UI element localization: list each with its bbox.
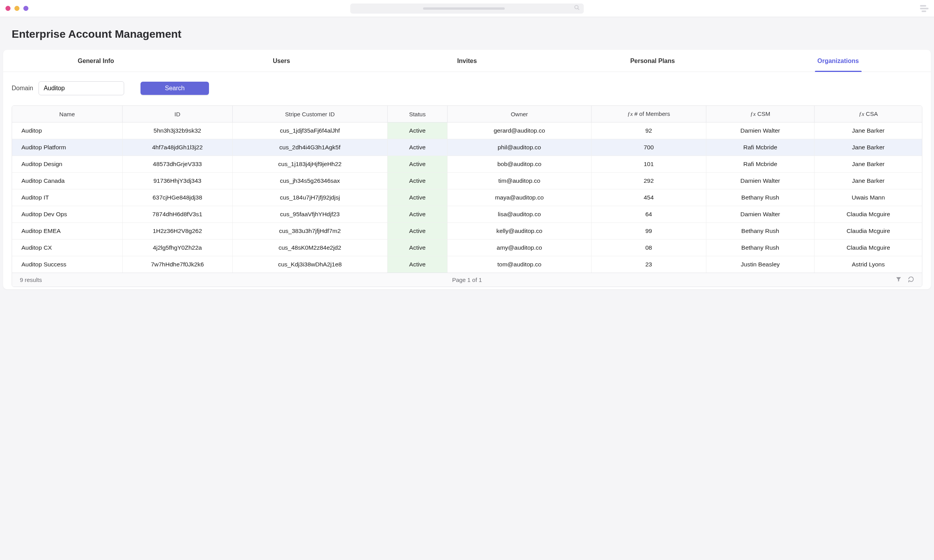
tab-bar: General Info Users Invites Personal Plan… bbox=[3, 50, 931, 72]
cell-csm: Damien Walter bbox=[706, 206, 815, 223]
window-minimize-icon[interactable] bbox=[14, 6, 19, 11]
search-icon bbox=[574, 5, 580, 12]
page-title: Enterprise Account Management bbox=[0, 17, 934, 50]
cell-owner: tim@auditop.co bbox=[448, 173, 592, 189]
table-row[interactable]: Auditop Platform4hf7a48jdGh1l3j22cus_2dh… bbox=[12, 139, 922, 156]
cell-status: Active bbox=[387, 173, 447, 189]
cell-status: Active bbox=[387, 139, 447, 156]
cell-id: 91736HhjY3dj343 bbox=[122, 173, 232, 189]
traffic-lights bbox=[5, 6, 28, 11]
refresh-icon[interactable] bbox=[908, 276, 914, 284]
cell-name: Auditop bbox=[12, 122, 122, 139]
domain-input[interactable] bbox=[39, 81, 124, 95]
cell-id: 7874dhH6d8fV3s1 bbox=[122, 206, 232, 223]
cell-members: 700 bbox=[591, 139, 706, 156]
cell-id: 7w7hHdhe7f0Jk2k6 bbox=[122, 256, 232, 273]
cell-id: 4hf7a48jdGh1l3j22 bbox=[122, 139, 232, 156]
cell-id: 5hn3h3j32b9sk32 bbox=[122, 122, 232, 139]
tab-invites[interactable]: Invites bbox=[374, 50, 560, 72]
cell-stripe: cus_jh34s5g26346sax bbox=[232, 173, 387, 189]
cell-owner: amy@auditop.co bbox=[448, 240, 592, 256]
col-csm[interactable]: ƒxCSM bbox=[706, 106, 815, 122]
window-close-icon[interactable] bbox=[5, 6, 11, 11]
cell-name: Auditop IT bbox=[12, 189, 122, 206]
cell-id: 637cjHGe848jdj38 bbox=[122, 189, 232, 206]
cell-name: Auditop Success bbox=[12, 256, 122, 273]
cell-status: Active bbox=[387, 156, 447, 173]
address-search-bar[interactable] bbox=[350, 4, 584, 14]
tab-label: Organizations bbox=[817, 58, 859, 64]
cell-stripe: cus_383u3h7jfjHdf7m2 bbox=[232, 223, 387, 240]
col-owner[interactable]: Owner bbox=[448, 106, 592, 122]
cell-status: Active bbox=[387, 256, 447, 273]
cell-csa: Jane Barker bbox=[815, 173, 922, 189]
tab-label: Personal Plans bbox=[630, 58, 675, 64]
formula-icon: ƒx bbox=[627, 111, 633, 117]
cell-csm: Damien Walter bbox=[706, 122, 815, 139]
organizations-table: Name ID Stripe Customer ID Status Owner … bbox=[12, 105, 922, 287]
col-status[interactable]: Status bbox=[387, 106, 447, 122]
cell-name: Auditop EMEA bbox=[12, 223, 122, 240]
table-row[interactable]: Auditop Design48573dhGrjeV333cus_1j183j4… bbox=[12, 156, 922, 173]
cell-members: 08 bbox=[591, 240, 706, 256]
cell-csa: Uwais Mann bbox=[815, 189, 922, 206]
col-id[interactable]: ID bbox=[122, 106, 232, 122]
cell-members: 292 bbox=[591, 173, 706, 189]
window-chrome bbox=[0, 0, 934, 17]
col-members[interactable]: ƒx# of Members bbox=[591, 106, 706, 122]
col-name[interactable]: Name bbox=[12, 106, 122, 122]
cell-owner: tom@auditop.co bbox=[448, 256, 592, 273]
table-header-row: Name ID Stripe Customer ID Status Owner … bbox=[12, 106, 922, 122]
results-count: 9 results bbox=[20, 276, 42, 283]
cell-id: 48573dhGrjeV333 bbox=[122, 156, 232, 173]
formula-icon: ƒx bbox=[750, 111, 756, 117]
cell-members: 454 bbox=[591, 189, 706, 206]
cell-owner: maya@auditop.co bbox=[448, 189, 592, 206]
formula-icon: ƒx bbox=[859, 111, 864, 117]
cell-members: 23 bbox=[591, 256, 706, 273]
cell-csa: Jane Barker bbox=[815, 139, 922, 156]
table-row[interactable]: Auditop Success7w7hHdhe7f0Jk2k6cus_Kdj3i… bbox=[12, 256, 922, 273]
col-csa[interactable]: ƒxCSA bbox=[815, 106, 922, 122]
cell-name: Auditop Design bbox=[12, 156, 122, 173]
col-stripe[interactable]: Stripe Customer ID bbox=[232, 106, 387, 122]
cell-members: 101 bbox=[591, 156, 706, 173]
tab-personal-plans[interactable]: Personal Plans bbox=[560, 50, 745, 72]
window-maximize-icon[interactable] bbox=[23, 6, 28, 11]
svg-line-1 bbox=[578, 8, 579, 10]
table-footer: 9 results Page 1 of 1 bbox=[12, 273, 922, 287]
tab-label: Users bbox=[273, 58, 290, 64]
cell-status: Active bbox=[387, 240, 447, 256]
cell-name: Auditop Platform bbox=[12, 139, 122, 156]
domain-label: Domain bbox=[12, 85, 33, 92]
filter-icon[interactable] bbox=[895, 276, 902, 284]
cell-id: 4j2lg5fhgY0Zh22a bbox=[122, 240, 232, 256]
tab-users[interactable]: Users bbox=[189, 50, 374, 72]
table-row[interactable]: Auditop IT637cjHGe848jdj38cus_184u7jH7jf… bbox=[12, 189, 922, 206]
cell-csm: Justin Beasley bbox=[706, 256, 815, 273]
cell-stripe: cus_184u7jH7jfj92jdjsj bbox=[232, 189, 387, 206]
tab-general-info[interactable]: General Info bbox=[3, 50, 189, 72]
table-row[interactable]: Auditop EMEA1H2z36H2V8g262cus_383u3h7jfj… bbox=[12, 223, 922, 240]
cell-members: 64 bbox=[591, 206, 706, 223]
cell-stripe: cus_1j183j4jHjf9jeHh22 bbox=[232, 156, 387, 173]
cell-name: Auditop CX bbox=[12, 240, 122, 256]
cell-owner: lisa@auditop.co bbox=[448, 206, 592, 223]
table-row[interactable]: Auditop Dev Ops7874dhH6d8fV3s1cus_95faaV… bbox=[12, 206, 922, 223]
tab-label: Invites bbox=[457, 58, 477, 64]
cell-owner: phil@auditop.co bbox=[448, 139, 592, 156]
search-button[interactable]: Search bbox=[140, 82, 209, 95]
table-row[interactable]: Auditop CX4j2lg5fhgY0Zh22acus_48sK0M2z84… bbox=[12, 240, 922, 256]
tab-organizations[interactable]: Organizations bbox=[745, 50, 931, 72]
cell-status: Active bbox=[387, 206, 447, 223]
cell-csa: Astrid Lyons bbox=[815, 256, 922, 273]
menu-icon[interactable] bbox=[920, 5, 929, 12]
table-row[interactable]: Auditop Canada91736HhjY3dj343cus_jh34s5g… bbox=[12, 173, 922, 189]
table-row[interactable]: Auditop5hn3h3j32b9sk32cus_1jdjf35aFj6f4a… bbox=[12, 122, 922, 139]
cell-members: 92 bbox=[591, 122, 706, 139]
cell-owner: gerard@auditop.co bbox=[448, 122, 592, 139]
cell-status: Active bbox=[387, 122, 447, 139]
cell-id: 1H2z36H2V8g262 bbox=[122, 223, 232, 240]
cell-status: Active bbox=[387, 189, 447, 206]
tab-label: General Info bbox=[78, 58, 114, 64]
